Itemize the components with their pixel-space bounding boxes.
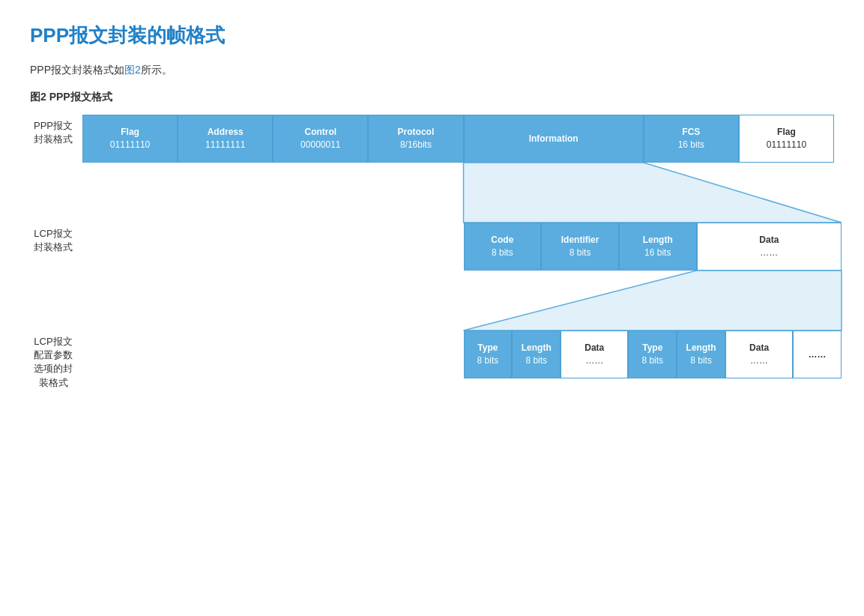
figure-link[interactable]: 图2 xyxy=(124,64,141,76)
cell-address-1: Address11111111 xyxy=(178,115,273,163)
figure-caption: 图2 PPP报文格式 xyxy=(30,91,834,104)
ppp-cells: Flag01111110Address11111111Control000000… xyxy=(82,115,834,163)
lcpcfg-row: LCP报文配置参数选项的封装格式 Type8 bitsLength8 bitsD… xyxy=(30,330,834,390)
cell-length-1: Length8 bits xyxy=(512,330,561,378)
ppp-label: PPP报文封装格式 xyxy=(30,115,82,146)
page-title: PPP报文封装的帧格式 xyxy=(30,22,834,49)
cell-length-4: Length8 bits xyxy=(677,330,725,378)
cell-information-4: Information xyxy=(464,115,644,163)
cell-data-3: Data…… xyxy=(697,223,842,271)
lcp-cells: Code8 bitsIdentifier8 bitsLength16 bitsD… xyxy=(464,223,842,271)
cell-flag-6: Flag01111110 xyxy=(739,115,834,163)
svg-marker-0 xyxy=(464,163,842,223)
diagram-container: PPP报文封装格式 Flag01111110Address11111111Con… xyxy=(30,115,834,390)
cell-data-2: Data…… xyxy=(561,330,628,378)
cell-data-5: Data…… xyxy=(725,330,793,378)
connector-gap-2 xyxy=(30,271,834,330)
lcp-label: LCP报文封装格式 xyxy=(30,223,82,254)
cell-length-2: Length16 bits xyxy=(619,223,697,271)
lcpcfg-label: LCP报文配置参数选项的封装格式 xyxy=(30,330,82,390)
lcp-row: LCP报文封装格式 Code8 bitsIdentifier8 bitsLeng… xyxy=(30,223,834,271)
intro-text: PPP报文封装格式如图2所示。 xyxy=(30,64,834,77)
cell-identifier-1: Identifier8 bits xyxy=(541,223,619,271)
cell-flag-0: Flag01111110 xyxy=(82,115,178,163)
cell-type-3: Type8 bits xyxy=(628,330,677,378)
lcpcfg-cells: Type8 bitsLength8 bitsData……Type8 bitsLe… xyxy=(464,330,842,378)
cell-code-0: Code8 bits xyxy=(464,223,542,271)
svg-marker-1 xyxy=(464,271,842,330)
cell-control-2: Control00000011 xyxy=(273,115,368,163)
ppp-row: PPP报文封装格式 Flag01111110Address11111111Con… xyxy=(30,115,834,163)
connector-gap-1 xyxy=(30,163,834,223)
cell-……-6: …… xyxy=(793,330,842,378)
cell-type-0: Type8 bits xyxy=(464,330,513,378)
cell-fcs-5: FCS16 bits xyxy=(644,115,739,163)
cell-protocol-3: Protocol8/16bits xyxy=(368,115,463,163)
